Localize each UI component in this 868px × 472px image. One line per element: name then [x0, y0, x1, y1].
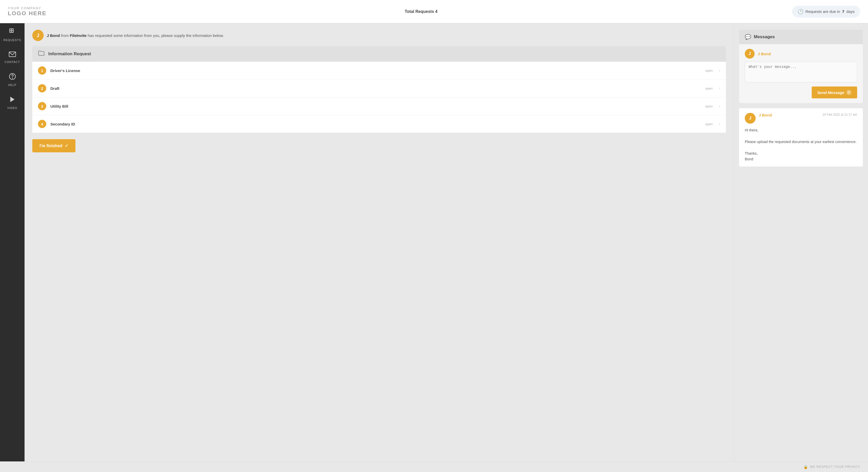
request-intro-text: J Bond from FileInvite has requested som… — [47, 33, 224, 38]
messages-compose-card: 💬 Messages J J Bond Send Message ? — [739, 30, 863, 103]
total-requests: Total Requests 4 — [405, 9, 438, 14]
item-status-3: open — [705, 104, 713, 108]
message-input[interactable] — [745, 62, 857, 82]
sidebar-item-video[interactable]: VIDEO — [0, 91, 25, 114]
item-label-1: Driver's License — [51, 68, 701, 73]
messages-panel: 💬 Messages J J Bond Send Message ? — [734, 23, 868, 462]
due-badge: 🕐 Requests are due in 7 days — [792, 6, 860, 18]
main-content: J J Bond from FileInvite has requested s… — [25, 23, 734, 462]
app-header: YOUR COMPANY LOGO HERE Total Requests 4 … — [0, 0, 868, 23]
compose-sender: J J Bond — [745, 49, 857, 59]
contact-icon — [9, 51, 16, 59]
request-item-3[interactable]: 3 Utility Bill open › — [32, 97, 726, 115]
clock-icon: 🕐 — [798, 9, 803, 14]
sidebar-item-contact[interactable]: CONTACT — [0, 46, 25, 68]
item-status-4: open — [705, 122, 713, 126]
thread-body: Hi there, Please upload the requested do… — [745, 127, 857, 162]
finished-button-label: I'm finished — [39, 144, 62, 148]
checkmark-icon: ✓ — [65, 143, 68, 148]
thread-line-2: Please upload the requested documents at… — [745, 139, 857, 145]
lock-icon: 🔒 — [803, 465, 808, 469]
sidebar-item-video-label: VIDEO — [7, 106, 17, 109]
logo-line2: LOGO HERE — [8, 10, 65, 17]
chat-icon: 💬 — [745, 34, 751, 40]
item-number-3: 3 — [38, 102, 46, 110]
request-item-2[interactable]: 2 Draft open › — [32, 80, 726, 97]
total-requests-count: 4 — [435, 9, 438, 14]
request-intro: J J Bond from FileInvite has requested s… — [32, 30, 726, 41]
item-arrow-2: › — [719, 86, 720, 91]
sender-name: J Bond — [47, 33, 60, 38]
sidebar-item-help-label: HELP — [8, 84, 17, 87]
item-label-4: Secondary ID — [51, 122, 701, 126]
footer: 🔒 WE RESPECT YOUR PRIVACY — [0, 462, 868, 472]
messages-title: Messages — [754, 34, 775, 39]
due-label: Requests are due in — [805, 9, 840, 14]
header-center: Total Requests 4 — [65, 9, 778, 14]
item-number-4: 4 — [38, 120, 46, 128]
thread-avatar-initial: J — [749, 116, 751, 121]
header-right: 🕐 Requests are due in 7 days — [778, 6, 860, 18]
item-status-1: open — [705, 69, 713, 72]
thread-header: J J Bond 10 Feb 2022 at 11:17 am — [745, 113, 857, 124]
item-status-2: open — [705, 87, 713, 90]
send-button-label: Send Message — [817, 90, 844, 95]
finished-button[interactable]: I'm finished ✓ — [32, 139, 75, 152]
thread-sender-info: J Bond — [759, 113, 819, 117]
messages-header: 💬 Messages — [739, 30, 863, 44]
logo-line1: YOUR COMPANY — [8, 6, 65, 10]
thread-timestamp: 10 Feb 2022 at 11:17 am — [823, 113, 857, 117]
intro-message: has requested some information from you,… — [88, 33, 224, 38]
thread-sender-name: J Bond — [759, 113, 819, 117]
requester-avatar: J — [32, 30, 44, 41]
folder-icon — [38, 50, 45, 58]
send-row: Send Message ? — [745, 87, 857, 98]
info-card-header: Information Request — [32, 46, 726, 62]
thread-line-3: Thanks, — [745, 151, 857, 156]
due-days: 7 — [842, 9, 844, 14]
sidebar-item-requests[interactable]: REQUESTS — [0, 23, 25, 46]
sidebar-item-help[interactable]: HELP — [0, 68, 25, 91]
requester-avatar-initial: J — [37, 33, 39, 38]
total-requests-label: Total Requests — [405, 9, 434, 14]
svg-marker-3 — [10, 97, 14, 102]
requests-icon — [9, 28, 16, 37]
request-item-4[interactable]: 4 Secondary ID open › — [32, 115, 726, 133]
info-request-card: Information Request 1 Driver's License o… — [32, 46, 726, 133]
logo-area: YOUR COMPANY LOGO HERE — [8, 6, 65, 17]
item-arrow-3: › — [719, 104, 720, 108]
item-arrow-1: › — [719, 68, 720, 73]
message-compose-area: J J Bond Send Message ? — [739, 44, 863, 103]
thread-line-4: Bond — [745, 156, 857, 162]
sidebar-item-requests-label: REQUESTS — [3, 38, 21, 41]
compose-sender-name: J Bond — [758, 52, 771, 56]
thread-avatar: J — [745, 113, 755, 124]
compose-avatar-initial: J — [749, 52, 751, 56]
request-item-1[interactable]: 1 Driver's License open › — [32, 62, 726, 80]
sidebar-item-contact-label: CONTACT — [5, 60, 20, 64]
item-arrow-4: › — [719, 122, 720, 126]
send-help-icon: ? — [846, 90, 851, 95]
message-thread-card: J J Bond 10 Feb 2022 at 11:17 am Hi ther… — [739, 108, 863, 166]
thread-line-1: Hi there, — [745, 127, 857, 133]
compose-avatar: J — [745, 49, 754, 59]
item-number-2: 2 — [38, 84, 46, 92]
sidebar: REQUESTS CONTACT HELP VIDEO — [0, 23, 25, 462]
item-number-1: 1 — [38, 66, 46, 74]
help-icon — [9, 73, 16, 82]
item-label-2: Draft — [51, 86, 701, 91]
privacy-text: WE RESPECT YOUR PRIVACY — [810, 465, 860, 469]
company-name: FileInvite — [70, 33, 87, 38]
send-message-button[interactable]: Send Message ? — [812, 87, 857, 98]
due-suffix: days — [846, 9, 855, 14]
app-body: REQUESTS CONTACT HELP VIDEO J — [0, 23, 868, 462]
info-card-title: Information Request — [48, 52, 91, 57]
video-icon — [9, 96, 16, 105]
item-label-3: Utility Bill — [51, 104, 701, 108]
